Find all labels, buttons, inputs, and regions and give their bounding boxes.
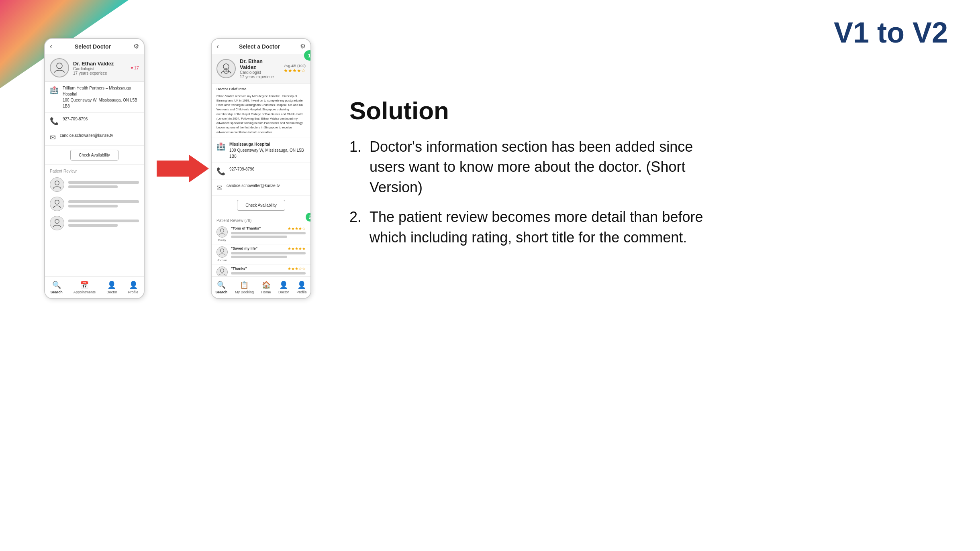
v2-nav-search[interactable]: 🔍 Search: [215, 281, 227, 294]
v2-phone-row: 📞 927-709-8796: [212, 163, 310, 179]
v1-review-avatar-1: [50, 177, 64, 192]
svg-point-0: [57, 63, 62, 69]
v1-nav-appointments-label: Appointments: [74, 290, 96, 294]
v2-nav-home-label: Home: [261, 290, 271, 294]
v2-nav-doctor[interactable]: 👤 Doctor: [278, 281, 289, 294]
v1-header: ‹ Select Doctor ⚙: [45, 39, 144, 54]
v2-email-text: candice.schowalter@kunze.tv: [227, 183, 280, 189]
v1-review-row-3: [45, 213, 144, 233]
v2-phone-text: 927-709-8796: [229, 166, 254, 172]
v1-phone-icon: 📞: [50, 117, 59, 126]
svg-point-9: [220, 229, 224, 232]
phone-v1: ‹ Select Doctor ⚙ Dr. Ethan Valdez Cardi…: [44, 38, 145, 299]
solution-section: Solution Doctor's information section ha…: [349, 96, 711, 257]
v2-review-content-1: "Tons of Thanks" ★★★★☆: [231, 226, 306, 238]
v2-doctor-name: Dr. Ethan Valdez: [240, 58, 280, 70]
v1-email-icon: ✉: [50, 133, 56, 142]
v2-email-row: ✉ candice.schowalter@kunze.tv: [212, 179, 310, 196]
page-title: V1 to V2: [834, 16, 948, 49]
v2-brief-text: Ethan Valdez received my M.D degree from…: [216, 94, 306, 134]
v1-review-row-2: [45, 194, 144, 213]
v1-nav-doctor-label: Doctor: [106, 290, 117, 294]
v2-hospital-row: 🏥 Mississauga Hospital 100 Queensway W, …: [212, 138, 310, 163]
v2-nav-profile[interactable]: 👤 Profile: [296, 281, 307, 294]
v1-bottom-nav: 🔍 Search 📅 Appointments 👤 Doctor 👤 Profi…: [45, 276, 144, 298]
v1-nav-doctor[interactable]: 👤 Doctor: [106, 281, 117, 294]
v1-doctor-card: Dr. Ethan Valdez Cardiologist 17 years e…: [45, 54, 144, 82]
v2-doctor-brief: Doctor Brief Intro Ethan Valdez received…: [212, 83, 310, 138]
v1-profile-icon: 👤: [129, 281, 138, 289]
v1-header-title: Select Doctor: [75, 43, 111, 50]
v2-review-row-1: Emily "Tons of Thanks" ★★★★☆: [212, 224, 310, 244]
v2-nav-mybooking[interactable]: 📋 My Booking: [235, 281, 254, 294]
v1-doctor-specialty: Cardiologist: [73, 67, 127, 71]
v1-review-line-short: [68, 205, 118, 207]
step-2-badge: 2: [306, 213, 311, 222]
v2-nav-home[interactable]: 🏠 Home: [261, 281, 271, 294]
step-1-badge: 1: [304, 50, 311, 61]
svg-point-3: [55, 220, 59, 224]
v2-check-availability-button[interactable]: Check Availability: [237, 200, 285, 211]
v1-doctor-exp: 17 years experiece: [73, 71, 127, 75]
v1-nav-search-label: Search: [51, 290, 63, 294]
solution-point-1: Doctor's information section has been ad…: [349, 137, 711, 197]
v2-stars: ★★★★☆: [284, 68, 306, 73]
v2-doctor-avatar: [216, 59, 236, 78]
v1-review-line: [68, 200, 139, 203]
v2-doctor-info: Dr. Ethan Valdez Cardiologist 17 years e…: [240, 58, 280, 79]
v1-reviews-label: Patient Review: [45, 167, 144, 175]
v1-review-line: [68, 220, 139, 222]
solution-point-2: The patient review becomes more detail t…: [349, 207, 711, 248]
svg-point-10: [220, 249, 224, 252]
svg-marker-4: [157, 155, 209, 183]
v1-hospital-text: Trillium Health Partners – Mississauga H…: [63, 85, 139, 109]
v1-nav-appointments[interactable]: 📅 Appointments: [74, 281, 96, 294]
v1-review-row-1: [45, 175, 144, 194]
phone-v2: ‹ Select a Doctor ⚙ Dr. Ethan Valdez Car…: [211, 38, 311, 299]
v2-doctor-icon: 👤: [279, 281, 288, 289]
solution-list: Doctor's information section has been ad…: [349, 137, 711, 248]
v2-header-title: Select a Doctor: [239, 43, 280, 50]
v1-phone-row: 📞 927-709-8796: [45, 113, 144, 129]
v1-doctor-name: Dr. Ethan Valdez: [73, 61, 127, 67]
v1-settings-icon[interactable]: ⚙: [133, 43, 139, 50]
v2-rating-text: Avg.4/5 (102): [284, 64, 306, 68]
svg-point-2: [55, 200, 59, 204]
v2-settings-icon[interactable]: ⚙: [300, 43, 306, 50]
v1-nav-search[interactable]: 🔍 Search: [51, 281, 63, 294]
v1-hospital-row: 🏥 Trillium Health Partners – Mississauga…: [45, 82, 144, 113]
svg-point-11: [220, 269, 224, 272]
v2-search-icon: 🔍: [217, 281, 226, 289]
v1-email-row: ✉ candice.schowalter@kunze.tv: [45, 129, 144, 146]
v1-back-button[interactable]: ‹: [50, 42, 52, 51]
v1-nav-profile-label: Profile: [128, 290, 139, 294]
v2-phone-icon: 📞: [216, 167, 225, 176]
v2-nav-mybooking-label: My Booking: [235, 290, 254, 294]
v2-nav-profile-label: Profile: [296, 290, 307, 294]
v2-review-content-2: "Saved my life" ★★★★★: [231, 246, 306, 258]
v2-hospital-icon: 🏥: [216, 142, 225, 151]
v2-back-button[interactable]: ‹: [216, 42, 219, 51]
v1-hospital-icon: 🏥: [50, 86, 59, 95]
v2-reviews-header: Patient Review (78) 2: [212, 217, 310, 224]
v1-nav-profile[interactable]: 👤 Profile: [128, 281, 139, 294]
v2-review-avatar-2: [216, 246, 228, 258]
v1-review-line: [68, 181, 139, 184]
v2-nav-doctor-label: Doctor: [278, 290, 289, 294]
v2-review-row-2: Jordan "Saved my life" ★★★★★: [212, 244, 310, 264]
v1-review-avatar-2: [50, 197, 64, 211]
v1-review-avatar-3: [50, 216, 64, 230]
v2-hospital-text: Mississauga Hospital 100 Queensway W, Mi…: [229, 141, 306, 159]
v2-doctor-specialty: Cardiologist: [240, 70, 280, 75]
v2-mybooking-icon: 📋: [240, 281, 249, 289]
v1-doctor-icon: 👤: [107, 281, 116, 289]
v1-check-availability-button[interactable]: Check Availability: [70, 150, 118, 161]
v1-doctor-avatar: [50, 58, 69, 77]
v2-review-avatar-1: [216, 226, 228, 238]
v2-bottom-nav: 🔍 Search 📋 My Booking 🏠 Home 👤 Doctor 👤 …: [212, 276, 310, 298]
v2-profile-icon: 👤: [297, 281, 306, 289]
v1-review-line-short: [68, 224, 118, 227]
v2-email-icon: ✉: [216, 183, 223, 192]
v1-review-line-short: [68, 185, 118, 188]
v2-header: ‹ Select a Doctor ⚙: [212, 39, 310, 54]
